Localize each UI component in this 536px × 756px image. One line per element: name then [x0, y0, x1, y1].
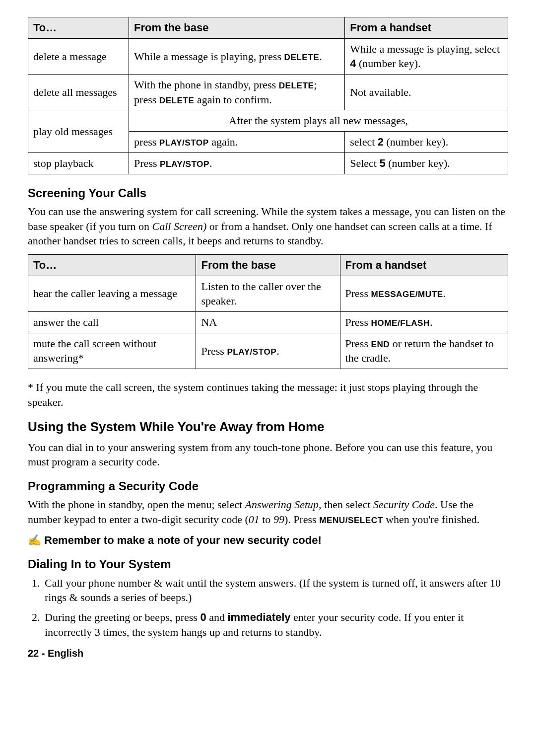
para-screening: You can use the answering system for cal… [28, 204, 508, 248]
cell-handset: Press MESSAGE/MUTE. [340, 276, 508, 311]
cell-handset: Not available. [345, 75, 508, 110]
write-icon: ✍ [28, 533, 41, 548]
col-base: From the base [129, 17, 345, 39]
cell-base: press PLAY/STOP again. [129, 132, 345, 153]
cell-to: stop playback [28, 152, 129, 174]
list-item: Call your phone number & wait until the … [43, 576, 508, 605]
cell-handset: Select 5 (number key). [345, 152, 508, 174]
heading-security: Programming a Security Code [28, 478, 508, 494]
cell-handset: While a message is playing, select 4 (nu… [345, 38, 508, 74]
cell-base: NA [196, 312, 340, 333]
note-text: Remember to make a note of your new secu… [44, 534, 322, 546]
cell-handset: select 2 (number key). [345, 132, 508, 153]
table-row: play old messages After the system plays… [28, 110, 508, 132]
page-footer: 22 - English [28, 647, 508, 660]
cell-base: With the phone in standby, press DELETE;… [129, 75, 345, 110]
table-row: mute the call screen without answering* … [28, 333, 508, 369]
message-actions-table: To… From the base From a handset delete … [28, 17, 508, 174]
cell-to: hear the caller leaving a message [28, 276, 196, 311]
cell-base: While a message is playing, press DELETE… [129, 38, 345, 74]
table-row: answer the call NA Press HOME/FLASH. [28, 312, 508, 333]
col-handset: From a handset [345, 17, 508, 39]
cell-base: Press PLAY/STOP. [129, 152, 345, 174]
cell-base: Listen to the caller over the speaker. [196, 276, 340, 311]
col-base: From the base [196, 254, 340, 276]
para-security: With the phone in standby, open the menu… [28, 497, 508, 527]
note-remember: ✍Remember to make a note of your new sec… [28, 533, 508, 548]
dialing-steps: Call your phone number & wait until the … [28, 576, 508, 640]
table-row: hear the caller leaving a message Listen… [28, 276, 508, 311]
table-row: delete all messages With the phone in st… [28, 75, 508, 110]
table-row: delete a message While a message is play… [28, 38, 508, 74]
list-item: During the greeting or beeps, press 0 an… [43, 610, 508, 639]
cell-to: play old messages [28, 110, 129, 152]
screening-table: To… From the base From a handset hear th… [28, 254, 508, 369]
cell-to: mute the call screen without answering* [28, 333, 196, 369]
col-handset: From a handset [340, 254, 508, 276]
heading-dialing: Dialing In to Your System [28, 556, 508, 572]
cell-handset: Press END or return the handset to the c… [340, 333, 508, 369]
cell-base: Press PLAY/STOP. [196, 333, 340, 369]
footnote-mute: * If you mute the call screen, the syste… [28, 380, 508, 409]
cell-to: delete all messages [28, 75, 129, 110]
cell-to: delete a message [28, 38, 129, 74]
col-to: To… [28, 254, 196, 276]
cell-handset: Press HOME/FLASH. [340, 312, 508, 333]
cell-span: After the system plays all new messages, [129, 110, 508, 132]
heading-away: Using the System While You're Away from … [28, 418, 508, 436]
para-away: You can dial in to your answering system… [28, 440, 508, 469]
table-row: stop playback Press PLAY/STOP. Select 5 … [28, 152, 508, 174]
col-to: To… [28, 17, 129, 39]
heading-screening: Screening Your Calls [28, 185, 508, 201]
cell-to: answer the call [28, 312, 196, 333]
